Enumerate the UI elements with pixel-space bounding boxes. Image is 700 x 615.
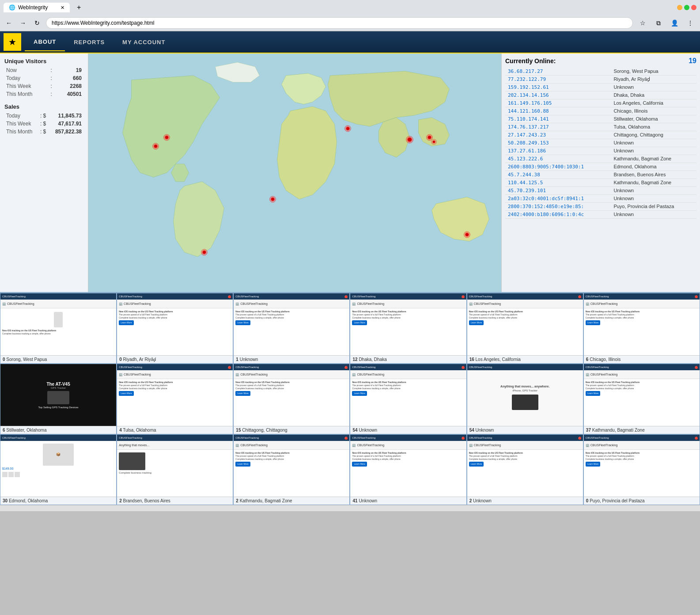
sales-label-month: This Month <box>4 128 38 136</box>
map-svg <box>88 53 501 292</box>
online-row[interactable]: 2800:370:152:4850:e19e:85:Puyo, Provinci… <box>505 203 696 211</box>
visitor-label: 0 Puyo, Provincia del Pastaza <box>584 497 700 505</box>
forward-button[interactable]: → <box>18 18 28 28</box>
stat-label-month: This Month <box>4 90 49 98</box>
bookmark-icon[interactable]: ☆ <box>636 17 649 29</box>
online-ip: 77.232.122.79 <box>505 76 611 84</box>
visitor-label: 2 Brandsen, Buenos Aires <box>117 497 233 505</box>
sales-sep-month: : $ <box>38 128 49 136</box>
online-row[interactable]: 144.121.160.88Chicago, Illinois <box>505 107 696 115</box>
online-row[interactable]: 27.147.243.23Chittagong, Chittagong <box>505 131 696 139</box>
profile-icon[interactable]: 👤 <box>668 17 681 29</box>
visitor-thumbnail: CBUSFleetTracking🔴🏢 CBUSFleetTrackingNew… <box>467 435 583 497</box>
visitor-cell[interactable]: CBUSFleetTracking🔴🏢 CBUSFleetTrackingNew… <box>350 434 466 505</box>
menu-icon[interactable]: ⋮ <box>684 17 696 29</box>
visitor-thumbnail: CBUSFleetTracking🔴🏢 CBUSFleetTrackingNew… <box>234 364 349 426</box>
nav-account[interactable]: MY ACCOUNT <box>114 34 174 51</box>
visitor-label: 1 Unknown <box>234 355 349 363</box>
nav-about[interactable]: ABOUT <box>25 33 65 51</box>
sales-sep-week: : $ <box>38 120 49 128</box>
refresh-button[interactable]: ↻ <box>32 18 42 28</box>
visitor-cell[interactable]: CBUSFleetTrackingAnything that moves...C… <box>117 434 233 505</box>
close-button[interactable] <box>691 5 696 10</box>
visitor-cell[interactable]: CBUSFleetTracking🔴🏢 CBUSFleetTrackingNew… <box>583 434 700 505</box>
world-map <box>88 53 501 292</box>
online-row[interactable]: 45.7.244.38Brandsen, Buenos Aires <box>505 171 696 179</box>
tab-close-icon[interactable]: ✕ <box>61 5 64 11</box>
online-ip: 2a03:32c0:4001:dc5f:8941:1 <box>505 195 611 203</box>
visitor-cell[interactable]: CBUSFleetTracking🔴🏢 CBUSFleetTrackingNew… <box>583 364 700 434</box>
online-location: Unknown <box>611 139 696 147</box>
online-row[interactable]: 2402:4000:b180:6096:1:0:4cUnknown <box>505 211 696 219</box>
visitor-cell[interactable]: CBUSFleetTracking🔴🏢 CBUSFleetTrackingNew… <box>350 293 466 364</box>
online-location: Tulsa, Oklahoma <box>611 123 696 131</box>
online-row[interactable]: 161.149.176.105Los Angeles, California <box>505 99 696 107</box>
marker-sea2 <box>431 139 437 144</box>
online-location: Unknown <box>611 195 696 203</box>
visitor-cell[interactable]: CBUSFleetTracking🔴🏢 CBUSFleetTrackingNew… <box>467 293 583 364</box>
online-ip: 144.121.160.88 <box>505 107 611 115</box>
back-button[interactable]: ← <box>4 18 14 28</box>
scrollbar[interactable] <box>0 505 700 511</box>
visitor-count: 12 <box>352 357 357 362</box>
new-tab-button[interactable]: + <box>73 2 84 13</box>
online-row[interactable]: 2600:8803:9005:7400:1030:1Edmond, Oklaho… <box>505 163 696 171</box>
online-header: Currently Online: 19 <box>505 57 696 65</box>
online-location: Chicago, Illinois <box>611 107 696 115</box>
online-row[interactable]: 77.232.122.79Riyadh, Ar Riyāḑ <box>505 76 696 84</box>
visitor-grid: CBUSFleetTracking🏢 CBUSFleetTrackingNew … <box>0 292 700 505</box>
online-ip: 45.70.239.101 <box>505 187 611 195</box>
visitor-count: 2 <box>119 498 122 503</box>
visitor-thumbnail: CBUSFleetTracking🔴🏢 CBUSFleetTrackingNew… <box>117 293 233 355</box>
address-bar[interactable] <box>46 17 633 29</box>
online-row[interactable]: 45.123.222.6Kathmandu, Bagmati Zone <box>505 155 696 163</box>
visitor-cell[interactable]: CBUSFleetTrackingAnything that moves... … <box>467 364 583 434</box>
visitor-count: 0 <box>119 357 122 362</box>
visitor-label: 6 Chicago, Illinois <box>584 355 700 363</box>
visitor-cell[interactable]: CBUSFleetTracking🏢 CBUSFleetTrackingNew … <box>0 293 117 364</box>
minimize-button[interactable] <box>677 5 682 10</box>
online-row[interactable]: 2a03:32c0:4001:dc5f:8941:1Unknown <box>505 195 696 203</box>
visitor-thumbnail: CBUSFleetTracking🔴🏢 CBUSFleetTrackingNew… <box>234 435 349 497</box>
visitor-cell[interactable]: CBUSFleetTracking🔴🏢 CBUSFleetTrackingNew… <box>233 434 350 505</box>
online-row[interactable]: 202.134.14.156Dhaka, Dhaka <box>505 91 696 99</box>
visitor-cell[interactable]: CBUSFleetTracking🔴🏢 CBUSFleetTrackingNew… <box>117 364 233 434</box>
visitor-count: 0 <box>586 498 589 503</box>
online-row[interactable]: 75.110.174.141Stillwater, Oklahoma <box>505 115 696 123</box>
online-ip: 36.68.217.27 <box>505 68 611 76</box>
online-row[interactable]: 174.76.137.217Tulsa, Oklahoma <box>505 123 696 131</box>
online-row[interactable]: 137.27.61.186Unknown <box>505 147 696 155</box>
visitor-label: 16 Los Angeles, California <box>467 355 583 363</box>
visitor-cell[interactable]: CBUSFleetTracking🔴🏢 CBUSFleetTrackingNew… <box>350 364 466 434</box>
online-row[interactable]: 50.208.249.153Unknown <box>505 139 696 147</box>
marker-india <box>406 136 413 143</box>
svg-point-6 <box>346 127 350 130</box>
marker-me <box>345 125 351 132</box>
visitor-cell[interactable]: CBUSFleetTracking🔴🏢 CBUSFleetTrackingNew… <box>467 434 583 505</box>
visitor-count: 41 <box>352 498 357 503</box>
online-location: Sorong, West Papua <box>611 68 696 76</box>
online-row[interactable]: 36.68.217.27Sorong, West Papua <box>505 68 696 76</box>
online-ip: 75.110.174.141 <box>505 115 611 123</box>
online-location: Unknown <box>611 187 696 195</box>
visitor-cell[interactable]: CBUSFleetTracking🔴🏢 CBUSFleetTrackingNew… <box>583 293 700 364</box>
visitor-cell[interactable]: CBUSFleetTracking🔴🏢 CBUSFleetTrackingNew… <box>233 364 350 434</box>
online-row[interactable]: 110.44.125.5Kathmandu, Bagmati Zone <box>505 179 696 187</box>
online-row[interactable]: 45.70.239.101Unknown <box>505 187 696 195</box>
online-location: Unknown <box>611 211 696 219</box>
svg-point-18 <box>271 197 275 201</box>
extensions-icon[interactable]: ⧉ <box>652 17 665 29</box>
nav-reports[interactable]: REPORTS <box>65 34 114 51</box>
visitor-cell[interactable]: CBUSFleetTracking🔴🏢 CBUSFleetTrackingNew… <box>117 293 233 364</box>
stats-map-section: Unique Visitors Now : 19 Today : 660 Thi… <box>0 53 700 292</box>
visitor-count: 1 <box>236 357 238 362</box>
online-row[interactable]: 159.192.152.61Unknown <box>505 84 696 91</box>
visitor-cell[interactable]: The AT-V45GPS TrackerTop Selling GPS Tra… <box>0 364 117 434</box>
maximize-button[interactable] <box>684 5 689 10</box>
browser-tab[interactable]: 🌐 WebIntegrity ✕ <box>4 3 70 12</box>
visitor-cell[interactable]: CBUSFleetTracking📦$149.00 30 Edmond, Okl… <box>0 434 117 505</box>
visitor-label: 0 Sorong, West Papua <box>0 355 116 363</box>
visitor-cell[interactable]: CBUSFleetTracking🔴🏢 CBUSFleetTrackingNew… <box>233 293 350 364</box>
nav-logo: ★ <box>4 33 21 51</box>
visitor-label: 0 Riyadh, Ar Riyāḑ <box>117 355 233 363</box>
